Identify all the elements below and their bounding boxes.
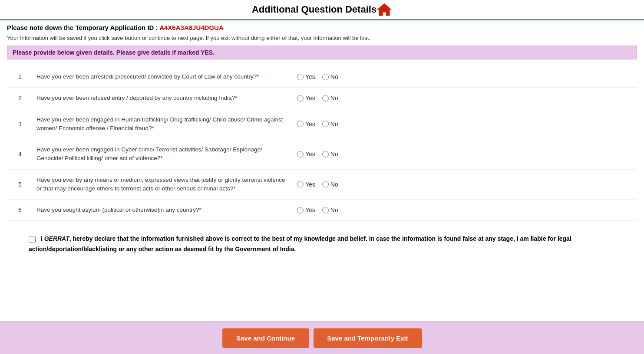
radio-group-3: Yes No	[297, 121, 634, 128]
footer-bar: Save and Continue Save and Temporarily E…	[0, 321, 644, 354]
question-text-2: Have you ever been refused entry / depor…	[33, 88, 294, 109]
declaration-area: I GERRAT, hereby declare that the inform…	[7, 229, 637, 259]
question-number-5: 5	[7, 169, 33, 200]
question-options-3: Yes No	[294, 109, 637, 139]
radio-yes-text-2: Yes	[305, 95, 315, 102]
table-row: 3 Have you ever been engaged in Human tr…	[7, 109, 637, 139]
question-number-3: 3	[7, 109, 33, 139]
radio-yes-label-5[interactable]: Yes	[297, 181, 315, 188]
radio-yes-label-6[interactable]: Yes	[297, 206, 315, 213]
question-text-6: Have you sought asylum (political or oth…	[33, 200, 294, 221]
required-marker-1: *	[257, 73, 259, 80]
radio-no-label-6[interactable]: No	[322, 206, 338, 213]
temp-id-line: Please note down the Temporary Applicati…	[7, 24, 637, 31]
section-header: Please provide below given details. Plea…	[7, 46, 637, 59]
radio-yes-text-5: Yes	[305, 181, 315, 188]
radio-no-text-2: No	[330, 95, 338, 102]
radio-no-label-4[interactable]: No	[322, 151, 338, 157]
question-text-3: Have you ever been engaged in Human traf…	[33, 109, 294, 139]
table-row: 5 Have you ever by any means or medium, …	[7, 169, 637, 200]
content-area: Please note down the Temporary Applicati…	[0, 20, 644, 271]
question-number-4: 4	[7, 139, 33, 170]
questions-table: 1 Have you ever been arrested/ prosecute…	[7, 66, 637, 221]
radio-group-1: Yes No	[297, 73, 634, 80]
radio-yes-label-2[interactable]: Yes	[297, 95, 315, 102]
radio-group-6: Yes No	[297, 206, 634, 213]
top-bar: Additional Question Details	[0, 0, 644, 20]
question-number-6: 6	[7, 200, 33, 221]
table-row: 4 Have you ever been engaged in Cyber cr…	[7, 139, 637, 170]
radio-yes-label-3[interactable]: Yes	[297, 121, 315, 128]
question-text-1: Have you ever been arrested/ prosecuted/…	[33, 66, 294, 88]
radio-no-label-3[interactable]: No	[322, 121, 338, 128]
radio-yes-label-1[interactable]: Yes	[297, 73, 315, 80]
temp-id-value: A4X6A3A8JU4DGUA	[159, 24, 224, 31]
radio-yes-2[interactable]	[297, 95, 304, 102]
radio-yes-text-1: Yes	[305, 73, 315, 80]
table-row: 2 Have you ever been refused entry / dep…	[7, 88, 637, 109]
declaration-text-before: I	[41, 235, 44, 242]
question-options-5: Yes No	[294, 169, 637, 200]
radio-no-3[interactable]	[322, 121, 329, 127]
svg-marker-0	[377, 3, 391, 16]
radio-no-4[interactable]	[322, 151, 329, 157]
temp-id-label: Please note down the Temporary Applicati…	[7, 24, 158, 31]
declaration-name: GERRAT	[44, 235, 69, 242]
required-marker-2: *	[235, 95, 237, 101]
radio-no-label-5[interactable]: No	[322, 181, 338, 188]
radio-group-4: Yes No	[297, 151, 634, 157]
info-text: Your Information will be saved if you cl…	[7, 35, 637, 41]
question-text-4: Have you ever been engaged in Cyber crim…	[33, 139, 294, 170]
radio-no-2[interactable]	[322, 95, 329, 102]
radio-yes-6[interactable]	[297, 207, 304, 213]
declaration-text-after: , hereby declare that the information fu…	[29, 235, 571, 252]
radio-yes-text-4: Yes	[305, 151, 315, 157]
radio-group-2: Yes No	[297, 95, 634, 102]
save-continue-button[interactable]: Save and Continue	[222, 328, 309, 348]
required-marker-4: *	[160, 155, 162, 161]
radio-no-label-1[interactable]: No	[322, 73, 338, 80]
radio-yes-text-3: Yes	[305, 121, 315, 128]
radio-yes-1[interactable]	[297, 74, 304, 80]
declaration-text: I GERRAT, hereby declare that the inform…	[29, 234, 615, 255]
question-options-1: Yes No	[294, 66, 637, 88]
radio-yes-4[interactable]	[297, 151, 304, 157]
radio-no-text-3: No	[330, 121, 338, 128]
declaration-checkbox[interactable]	[29, 236, 36, 243]
required-marker-3: *	[152, 125, 154, 131]
question-number-2: 2	[7, 88, 33, 109]
question-number-1: 1	[7, 66, 33, 88]
required-marker-5: *	[233, 185, 235, 192]
radio-no-label-2[interactable]: No	[322, 95, 338, 102]
radio-no-text-6: No	[330, 206, 338, 213]
radio-no-text-1: No	[330, 73, 338, 80]
radio-no-1[interactable]	[322, 74, 329, 80]
save-exit-button[interactable]: Save and Temporarily Exit	[314, 328, 422, 348]
required-marker-6: *	[199, 206, 201, 213]
radio-no-text-5: No	[330, 181, 338, 188]
radio-yes-3[interactable]	[297, 121, 304, 127]
radio-no-6[interactable]	[322, 207, 329, 213]
question-options-6: Yes No	[294, 200, 637, 221]
radio-yes-label-4[interactable]: Yes	[297, 151, 315, 157]
radio-no-text-4: No	[330, 151, 338, 157]
question-options-2: Yes No	[294, 88, 637, 109]
question-text-5: Have you ever by any means or medium, ex…	[33, 169, 294, 200]
radio-yes-5[interactable]	[297, 181, 304, 187]
radio-yes-text-6: Yes	[305, 206, 315, 213]
question-options-4: Yes No	[294, 139, 637, 170]
radio-group-5: Yes No	[297, 181, 634, 188]
home-icon[interactable]	[376, 2, 392, 17]
page-title: Additional Question Details	[252, 4, 376, 15]
table-row: 1 Have you ever been arrested/ prosecute…	[7, 66, 637, 88]
radio-no-5[interactable]	[322, 181, 329, 187]
table-row: 6 Have you sought asylum (political or o…	[7, 200, 637, 221]
